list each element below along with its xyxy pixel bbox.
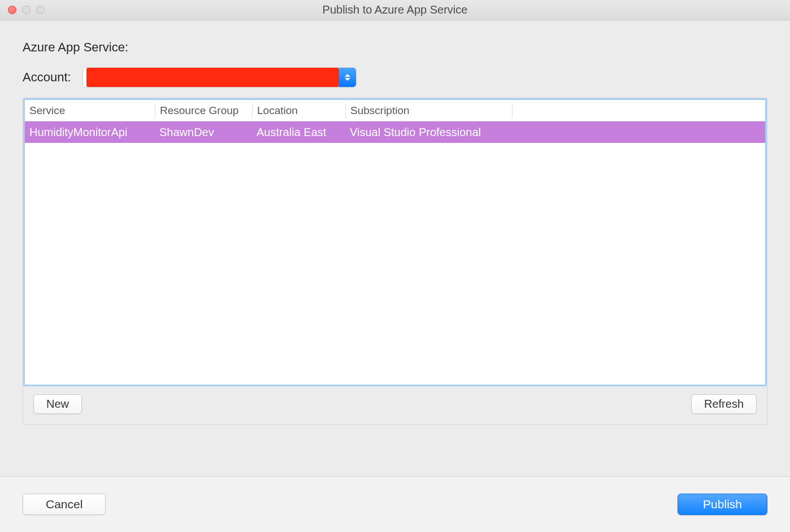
dialog-content: Azure App Service: Account: Service Reso… [0,20,790,436]
col-header-service[interactable]: Service [25,103,155,118]
section-title: Azure App Service: [23,40,767,55]
cell-location: Australia East [252,126,345,139]
table-header: Service Resource Group Location Subscrip… [25,100,765,121]
window-controls [0,6,45,14]
account-row: Account: [23,67,767,88]
cell-service: HumidityMonitorApi [25,126,155,139]
col-header-resource-group[interactable]: Resource Group [155,103,252,118]
new-button[interactable]: New [33,394,82,414]
services-panel: Service Resource Group Location Subscrip… [23,98,767,425]
account-label: Account: [23,70,71,85]
col-header-subscription[interactable]: Subscription [345,103,512,118]
panel-button-row: New Refresh [23,394,767,424]
services-table[interactable]: Service Resource Group Location Subscrip… [23,98,767,386]
minimize-icon[interactable] [22,6,31,14]
window-title: Publish to Azure App Service [0,3,790,16]
titlebar: Publish to Azure App Service [0,0,790,20]
cancel-button[interactable]: Cancel [23,494,106,515]
account-dropdown[interactable] [83,67,357,88]
col-header-location[interactable]: Location [252,103,345,118]
table-body: HumidityMonitorApi ShawnDev Australia Ea… [25,121,765,143]
cell-resource-group: ShawnDev [155,126,252,139]
publish-button[interactable]: Publish [678,494,767,515]
chevron-up-down-icon [339,68,356,87]
refresh-button[interactable]: Refresh [691,394,757,414]
cell-subscription: Visual Studio Professional [345,126,512,139]
close-icon[interactable] [8,6,16,14]
dialog-footer: Cancel Publish [0,476,790,532]
account-redacted [86,68,339,87]
table-row[interactable]: HumidityMonitorApi ShawnDev Australia Ea… [25,121,765,143]
col-header-empty [512,103,765,118]
maximize-icon[interactable] [36,6,45,14]
